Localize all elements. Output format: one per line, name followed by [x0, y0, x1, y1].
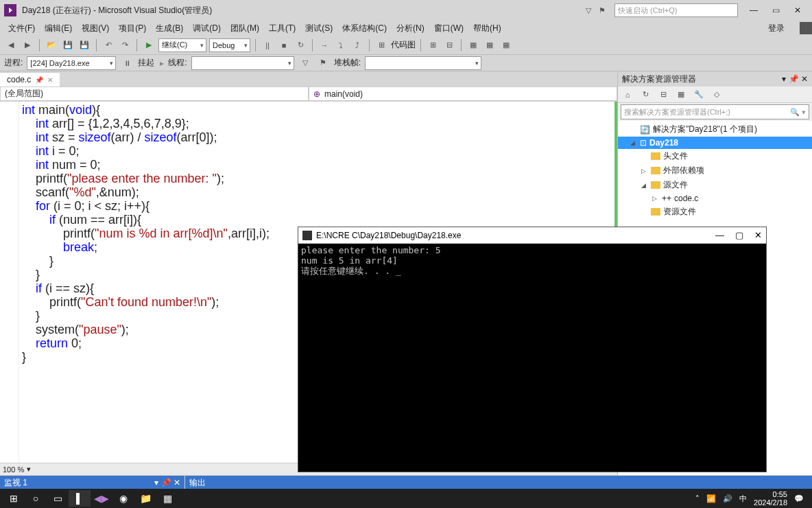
process-select[interactable]: [224] Day218.exe: [27, 56, 116, 70]
menu-edit[interactable]: 编辑(E): [40, 21, 76, 36]
sources-folder[interactable]: ◢源文件: [618, 178, 812, 192]
console-body[interactable]: please enter the number: 5 num is 5 in a…: [298, 244, 766, 472]
close-button[interactable]: ✕: [787, 3, 808, 18]
solution-toolbar: ⌂ ↻ ⊟ ▦ 🔧 ◇: [618, 86, 812, 103]
pause-button[interactable]: ||: [261, 38, 274, 52]
main-toolbar: ◀ ▶ 📂 💾 💾 ↶ ↷ ▶ 继续(C) Debug || ■ ↻ → ⤵ ⤴…: [0, 36, 812, 55]
thread-flag-icon[interactable]: ⚑: [316, 56, 330, 70]
open-button[interactable]: 📂: [45, 38, 58, 52]
editor-tab[interactable]: code.c 📌 ✕: [0, 72, 60, 86]
menu-arch[interactable]: 体系结构(C): [338, 21, 391, 36]
config-select[interactable]: Debug: [209, 38, 250, 52]
volume-icon[interactable]: 🔊: [723, 494, 732, 503]
external-folder[interactable]: ▷外部依赖项: [618, 163, 812, 178]
nav-fwd-button[interactable]: ▶: [21, 38, 34, 52]
thread-filter-icon[interactable]: ▽: [298, 56, 312, 70]
login-link[interactable]: 登录: [764, 21, 789, 36]
properties-icon[interactable]: 🔧: [692, 88, 706, 102]
terminal-icon[interactable]: ▌: [69, 490, 91, 507]
console-close-button[interactable]: ✕: [754, 230, 762, 240]
refresh-icon[interactable]: ↻: [638, 88, 652, 102]
app-icon[interactable]: ▦: [156, 490, 178, 507]
notification-center-icon[interactable]: 💬: [794, 494, 804, 503]
menubar: 文件(F) 编辑(E) 视图(V) 项目(P) 生成(B) 调试(D) 团队(M…: [0, 21, 812, 36]
menu-analyze[interactable]: 分析(N): [392, 21, 429, 36]
step-into-button[interactable]: →: [318, 38, 331, 52]
headers-folder[interactable]: 头文件: [618, 149, 812, 163]
window-title: Day218 (正在运行) - Microsoft Visual Studio(…: [22, 5, 212, 16]
console-min-button[interactable]: —: [715, 230, 724, 240]
undo-button[interactable]: ↶: [102, 38, 115, 52]
tb-extra1[interactable]: ⊞: [426, 38, 440, 52]
menu-build[interactable]: 生成(B): [152, 21, 187, 36]
solution-search-input[interactable]: 搜索解决方案资源管理器(Ctrl+;) 🔍 ▾: [621, 104, 809, 119]
chrome-icon[interactable]: ◉: [112, 490, 134, 507]
tab-label: code.c: [7, 75, 31, 84]
maximize-button[interactable]: ▭: [765, 3, 786, 18]
resources-folder[interactable]: 资源文件: [618, 205, 812, 219]
save-button[interactable]: 💾: [61, 38, 75, 52]
minimize-button[interactable]: —: [743, 3, 764, 18]
step-out-button[interactable]: ⤴: [350, 38, 364, 52]
tray-up-icon[interactable]: ˄: [695, 494, 700, 503]
menu-view[interactable]: 视图(V): [77, 21, 113, 36]
menu-test[interactable]: 测试(S): [301, 21, 337, 36]
step-over-button[interactable]: ⤵: [334, 38, 348, 52]
notification-icon[interactable]: ▽: [582, 3, 595, 17]
quick-launch-input[interactable]: 快速启动 (Ctrl+Q): [614, 3, 738, 17]
vs-task-icon[interactable]: ◀▶: [91, 490, 112, 507]
panel-buttons: ▾ 📌 ✕: [782, 74, 808, 84]
feedback-icon[interactable]: ⚑: [595, 3, 609, 17]
member-select[interactable]: ⊕main(void): [309, 86, 617, 101]
tb-extra3[interactable]: ▦: [466, 38, 480, 52]
console-title-text: E:\NCRE C\Day218\Debug\Day218.exe: [316, 231, 461, 240]
ime-indicator[interactable]: 中: [739, 494, 747, 504]
menu-tools[interactable]: 工具(T): [265, 21, 300, 36]
process-label: 进程:: [4, 57, 23, 69]
menu-debug[interactable]: 调试(D): [189, 21, 225, 36]
thread-select[interactable]: [191, 56, 294, 70]
project-node[interactable]: ◢⊡Day218: [618, 137, 812, 149]
home-icon[interactable]: ⌂: [621, 88, 634, 102]
nav-back-button[interactable]: ◀: [4, 38, 18, 52]
search-icon[interactable]: ○: [25, 490, 47, 507]
thread-label: 线程:: [168, 57, 187, 69]
redo-button[interactable]: ↷: [118, 38, 132, 52]
code-map-button[interactable]: 代码图: [391, 39, 416, 51]
editor-tabstrip: code.c 📌 ✕: [0, 71, 617, 86]
wifi-icon[interactable]: 📶: [706, 494, 716, 503]
menu-project[interactable]: 项目(P): [115, 21, 150, 36]
suspend-icon[interactable]: ⏸: [120, 56, 134, 70]
tb-extra5[interactable]: ▦: [499, 38, 513, 52]
tb-extra4[interactable]: ▦: [483, 38, 497, 52]
code-map-icon: ⊞: [374, 38, 388, 52]
show-all-icon[interactable]: ▦: [674, 88, 688, 102]
menu-window[interactable]: 窗口(W): [430, 21, 468, 36]
pin-icon[interactable]: 📌: [35, 76, 43, 84]
clock[interactable]: 0:552024/2/18: [754, 490, 787, 507]
console-titlebar[interactable]: E:\NCRE C\Day218\Debug\Day218.exe — ▢ ✕: [298, 227, 766, 244]
preview-icon[interactable]: ◇: [710, 88, 724, 102]
stack-select[interactable]: [365, 56, 481, 70]
save-all-button[interactable]: 💾: [77, 38, 91, 52]
collapse-icon[interactable]: ⊟: [656, 88, 670, 102]
menu-help[interactable]: 帮助(H): [469, 21, 505, 36]
scope-select[interactable]: (全局范围): [0, 86, 309, 101]
menu-file[interactable]: 文件(F): [4, 21, 39, 36]
restart-button[interactable]: ↻: [294, 38, 307, 52]
menu-team[interactable]: 团队(M): [226, 21, 263, 36]
taskview-icon[interactable]: ▭: [47, 490, 69, 507]
explorer-icon[interactable]: 📁: [134, 490, 156, 507]
stop-button[interactable]: ■: [277, 38, 291, 52]
console-window[interactable]: E:\NCRE C\Day218\Debug\Day218.exe — ▢ ✕ …: [298, 227, 767, 472]
tb-extra2[interactable]: ⊟: [442, 38, 456, 52]
watch-title: 监视 1: [4, 477, 27, 489]
source-file[interactable]: ▷++code.c: [618, 192, 812, 205]
start-button[interactable]: ⊞: [3, 490, 25, 507]
output-title: 输出: [189, 477, 206, 489]
avatar-icon[interactable]: [800, 22, 812, 34]
console-max-button[interactable]: ▢: [735, 230, 743, 240]
continue-button[interactable]: 继续(C): [158, 38, 206, 52]
tab-close-icon[interactable]: ✕: [47, 76, 53, 84]
solution-root[interactable]: 🔄解决方案"Day218"(1 个项目): [618, 122, 812, 137]
